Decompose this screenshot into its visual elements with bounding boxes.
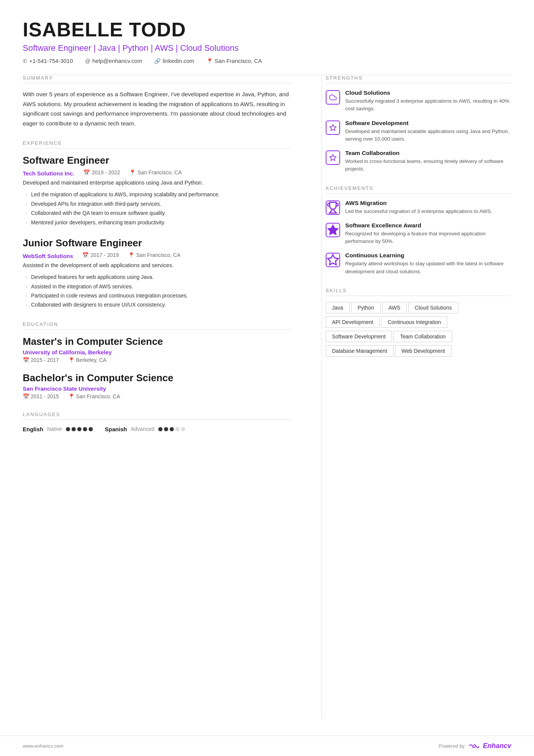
summary-section: SUMMARY With over 5 years of experience … (23, 75, 291, 128)
edu-1-institution: University of California, Berkeley (23, 349, 291, 355)
lang-english: English Native (23, 426, 93, 432)
job-2-bullets: Developed features for web applications … (23, 273, 291, 309)
bullet-item: Developed APIs for integration with thir… (26, 200, 291, 208)
right-column: STRENGTHS Cloud Solutions Successfully m… (322, 75, 512, 720)
trophy-icon-wrap (326, 200, 340, 215)
edu-1-meta: 📅 2015 - 2017 📍 Berkeley, CA (23, 357, 291, 363)
bullet-item: Mentored junior developers, enhancing te… (26, 218, 291, 227)
skills-section: SKILLS Java Python AWS Cloud Solutions A… (326, 288, 512, 360)
learning-star-icon-wrap (326, 253, 340, 267)
dot-5-empty (181, 427, 185, 431)
calendar-icon-4: 📅 (23, 393, 29, 399)
strength-1-name: Cloud Solutions (345, 89, 512, 96)
edu-2-location: 📍 San Francisco, CA (68, 393, 120, 399)
strengths-section: STRENGTHS Cloud Solutions Successfully m… (326, 75, 512, 173)
powered-by-label: Powered by (439, 743, 465, 749)
footer-website: www.enhancv.com (23, 743, 63, 749)
location-icon-2: 📍 (128, 252, 134, 258)
edu-1-dates: 📅 2015 - 2017 (23, 357, 59, 363)
left-column: SUMMARY With over 5 years of experience … (23, 75, 299, 720)
edu-2-meta: 📅 2011 - 2015 📍 San Francisco, CA (23, 393, 291, 399)
dot-2 (164, 427, 168, 431)
skills-title: SKILLS (326, 288, 512, 296)
job-2-company: WebSoft Solutions (23, 253, 73, 259)
lang-spanish: Spanish Advanced (105, 426, 185, 432)
job-1-title: Software Engineer (23, 155, 291, 166)
learning-star-icon (326, 254, 339, 266)
star-filled-icon (326, 224, 339, 236)
strength-team: Team Collaboration Worked in cross-funct… (326, 150, 512, 173)
job-2-description: Assisted in the development of web appli… (23, 261, 291, 270)
experience-section: EXPERIENCE Software Engineer Tech Soluti… (23, 140, 291, 309)
achievements-section: ACHIEVEMENTS AWS Migration Led the succe… (326, 185, 512, 275)
enhancv-brand-name: Enhancv (483, 742, 511, 750)
achievement-3-desc: Regularly attend workshops to stay updat… (345, 260, 512, 275)
dot-2 (72, 427, 76, 431)
achievement-1-name: AWS Migration (345, 200, 492, 207)
job-1-location: 📍 San Francisco, CA (129, 169, 182, 175)
dot-4 (83, 427, 87, 431)
strengths-title: STRENGTHS (326, 75, 512, 83)
enhancv-logo-svg (468, 742, 480, 750)
edu-1: Master's in Computer Science University … (23, 336, 291, 363)
dot-1 (66, 427, 70, 431)
location-contact: 📍 San Francisco, CA (206, 58, 262, 64)
summary-text: With over 5 years of experience as a Sof… (23, 89, 291, 128)
strength-software: Software Development Developed and maint… (326, 120, 512, 143)
main-content: SUMMARY With over 5 years of experience … (0, 75, 534, 736)
job-1-company: Tech Solutions Inc. (23, 170, 74, 177)
job-1-bullets: Led the migration of applications to AWS… (23, 190, 291, 227)
job-2-location: 📍 San Francisco, CA (128, 252, 181, 258)
languages-section: LANGUAGES English Native (23, 412, 291, 432)
skill-aws: AWS (382, 302, 407, 313)
star-icon-wrap-1 (326, 121, 340, 135)
strength-2-desc: Developed and maintained scalable applic… (345, 128, 512, 143)
location-icon: 📍 (206, 58, 213, 64)
skill-web-dev: Web Development (395, 345, 451, 357)
strength-2-name: Software Development (345, 120, 512, 127)
star-filled-icon-wrap (326, 223, 340, 237)
calendar-icon-3: 📅 (23, 357, 29, 363)
calendar-icon-2: 📅 (82, 252, 89, 258)
bullet-item: Developed features for web applications … (26, 273, 291, 281)
footer: www.enhancv.com Powered by Enhancv (0, 736, 534, 756)
phone-contact: ✆ +1-541-754-3010 (23, 58, 73, 64)
svg-marker-3 (327, 255, 338, 265)
skill-ci: Continuous Integration (381, 316, 447, 328)
education-title: EDUCATION (23, 321, 291, 330)
candidate-title: Software Engineer | Java | Python | AWS … (23, 43, 511, 53)
achievement-aws: AWS Migration Led the successful migrati… (326, 200, 512, 215)
job-2: Junior Software Engineer WebSoft Solutio… (23, 237, 291, 309)
languages-row: English Native Spanish Advanced (23, 426, 291, 432)
dot-3 (77, 427, 81, 431)
job-1: Software Engineer Tech Solutions Inc. 📅 … (23, 155, 291, 227)
edu-2-institution: San Francisco State University (23, 385, 291, 392)
candidate-name: ISABELLE TODD (23, 18, 511, 41)
dot-1 (158, 427, 162, 431)
edu-1-title: Master's in Computer Science (23, 336, 291, 347)
location-icon-4: 📍 (68, 393, 75, 399)
achievement-excellence: Software Excellence Award Recognized for… (326, 222, 512, 246)
achievement-2-desc: Recognized for developing a feature that… (345, 230, 512, 246)
strength-1-desc: Successfully migrated 3 enterprise appli… (345, 97, 512, 113)
footer-brand: Powered by Enhancv (439, 742, 511, 750)
skill-database: Database Management (326, 345, 394, 357)
skill-software-dev: Software Development (326, 331, 392, 342)
spanish-dots (158, 427, 185, 431)
achievement-3-name: Continuous Learning (345, 252, 512, 259)
dot-4-empty (175, 427, 180, 431)
achievement-learning: Continuous Learning Regularly attend wor… (326, 252, 512, 275)
location-icon-1: 📍 (129, 169, 136, 175)
location-icon-3: 📍 (68, 357, 75, 363)
dot-3 (170, 427, 174, 431)
skill-python: Python (351, 302, 381, 313)
edu-2: Bachelor's in Computer Science San Franc… (23, 372, 291, 399)
skills-grid: Java Python AWS Cloud Solutions API Deve… (326, 302, 512, 360)
strength-cloud: Cloud Solutions Successfully migrated 3 … (326, 89, 512, 113)
strength-3-name: Team Collaboration (345, 150, 512, 157)
strength-3-desc: Worked in cross-functional teams, ensuri… (345, 158, 512, 173)
dot-5 (89, 427, 93, 431)
star-icon-wrap-2 (326, 150, 340, 165)
summary-title: SUMMARY (23, 75, 291, 83)
languages-title: LANGUAGES (23, 412, 291, 420)
